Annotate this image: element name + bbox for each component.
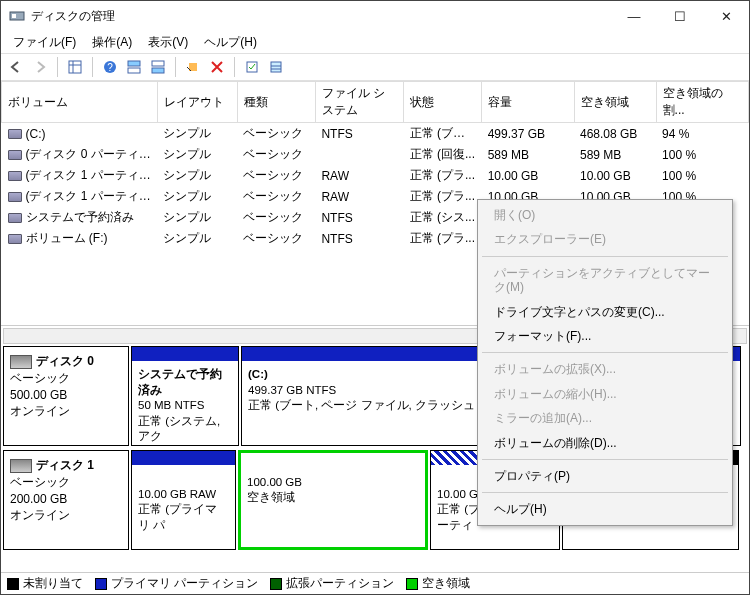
col-status[interactable]: 状態 bbox=[404, 82, 482, 123]
partition[interactable]: 10.00 GB RAW正常 (プライマリ パ bbox=[131, 450, 236, 550]
menu-item: 開く(O) bbox=[480, 203, 730, 227]
menu-item[interactable]: プロパティ(P) bbox=[480, 464, 730, 488]
col-freeratio[interactable]: 空き領域の割... bbox=[656, 82, 748, 123]
list-icon[interactable] bbox=[265, 56, 287, 78]
svg-rect-10 bbox=[152, 68, 164, 73]
svg-rect-13 bbox=[271, 62, 281, 72]
svg-rect-2 bbox=[69, 61, 81, 73]
svg-rect-9 bbox=[152, 61, 164, 66]
view-list-icon[interactable] bbox=[64, 56, 86, 78]
titlebar: ディスクの管理 — ☐ ✕ bbox=[1, 1, 749, 31]
partition-body: 100.00 GB空き領域 bbox=[241, 453, 425, 547]
minimize-button[interactable]: — bbox=[611, 1, 657, 31]
svg-text:?: ? bbox=[107, 62, 113, 73]
maximize-button[interactable]: ☐ bbox=[657, 1, 703, 31]
svg-rect-7 bbox=[128, 61, 140, 66]
legend: 未割り当て プライマリ パーティション 拡張パーティション 空き領域 bbox=[1, 572, 749, 594]
checklist-icon[interactable] bbox=[241, 56, 263, 78]
help-icon[interactable]: ? bbox=[99, 56, 121, 78]
partition[interactable]: 100.00 GB空き領域 bbox=[238, 450, 428, 550]
menu-item: エクスプローラー(E) bbox=[480, 227, 730, 251]
menubar: ファイル(F) 操作(A) 表示(V) ヘルプ(H) bbox=[1, 31, 749, 53]
menu-action[interactable]: 操作(A) bbox=[86, 32, 138, 53]
menu-item: ボリュームの拡張(X)... bbox=[480, 357, 730, 381]
col-layout[interactable]: レイアウト bbox=[157, 82, 237, 123]
volume-icon bbox=[8, 150, 22, 160]
view-top-icon[interactable] bbox=[123, 56, 145, 78]
volume-icon bbox=[8, 129, 22, 139]
disk-header[interactable]: ディスク 0ベーシック500.00 GBオンライン bbox=[3, 346, 129, 446]
col-fs[interactable]: ファイル システム bbox=[315, 82, 403, 123]
disk-icon bbox=[10, 355, 32, 369]
table-row[interactable]: (ディスク 1 パーティシ...シンプルベーシックRAW正常 (プラ...10.… bbox=[2, 165, 749, 186]
legend-ext: 拡張パーティション bbox=[286, 576, 394, 590]
svg-rect-8 bbox=[128, 68, 140, 73]
col-volume[interactable]: ボリューム bbox=[2, 82, 158, 123]
menu-item: ミラーの追加(A)... bbox=[480, 406, 730, 430]
action-icon[interactable] bbox=[182, 56, 204, 78]
legend-primary: プライマリ パーティション bbox=[111, 576, 258, 590]
window-title: ディスクの管理 bbox=[31, 8, 115, 25]
legend-free: 空き領域 bbox=[422, 576, 470, 590]
toolbar: ? bbox=[1, 53, 749, 81]
menu-item[interactable]: ヘルプ(H) bbox=[480, 497, 730, 521]
menu-item: パーティションをアクティブとしてマーク(M) bbox=[480, 261, 730, 300]
disk-icon bbox=[10, 459, 32, 473]
volume-icon bbox=[8, 171, 22, 181]
volume-icon bbox=[8, 213, 22, 223]
col-free[interactable]: 空き領域 bbox=[574, 82, 656, 123]
svg-rect-1 bbox=[12, 14, 16, 18]
volume-icon bbox=[8, 234, 22, 244]
menu-item[interactable]: ドライブ文字とパスの変更(C)... bbox=[480, 300, 730, 324]
forward-button[interactable] bbox=[29, 56, 51, 78]
disk-header[interactable]: ディスク 1ベーシック200.00 GBオンライン bbox=[3, 450, 129, 550]
context-menu[interactable]: 開く(O)エクスプローラー(E)パーティションをアクティブとしてマーク(M)ドラ… bbox=[477, 199, 733, 526]
partition-body: 10.00 GB RAW正常 (プライマリ パ bbox=[132, 465, 235, 549]
app-icon bbox=[9, 8, 25, 24]
column-headers[interactable]: ボリューム レイアウト 種類 ファイル システム 状態 容量 空き領域 空き領域… bbox=[2, 82, 749, 123]
menu-file[interactable]: ファイル(F) bbox=[7, 32, 82, 53]
back-button[interactable] bbox=[5, 56, 27, 78]
partition-body: システムで予約済み50 MB NTFS正常 (システム, アク bbox=[132, 361, 238, 445]
table-row[interactable]: (ディスク 0 パーティシ...シンプルベーシック正常 (回復...589 MB… bbox=[2, 144, 749, 165]
menu-item[interactable]: ボリュームの削除(D)... bbox=[480, 431, 730, 455]
delete-icon[interactable] bbox=[206, 56, 228, 78]
menu-help[interactable]: ヘルプ(H) bbox=[198, 32, 263, 53]
close-button[interactable]: ✕ bbox=[703, 1, 749, 31]
col-capacity[interactable]: 容量 bbox=[482, 82, 574, 123]
table-row[interactable]: (C:)シンプルベーシックNTFS正常 (ブート...499.37 GB468.… bbox=[2, 123, 749, 145]
menu-item: ボリュームの縮小(H)... bbox=[480, 382, 730, 406]
legend-unalloc: 未割り当て bbox=[23, 576, 83, 590]
volume-icon bbox=[8, 192, 22, 202]
menu-view[interactable]: 表示(V) bbox=[142, 32, 194, 53]
disk-management-window: ディスクの管理 — ☐ ✕ ファイル(F) 操作(A) 表示(V) ヘルプ(H)… bbox=[0, 0, 750, 595]
menu-item[interactable]: フォーマット(F)... bbox=[480, 324, 730, 348]
view-bottom-icon[interactable] bbox=[147, 56, 169, 78]
partition[interactable]: システムで予約済み50 MB NTFS正常 (システム, アク bbox=[131, 346, 239, 446]
col-type[interactable]: 種類 bbox=[237, 82, 315, 123]
